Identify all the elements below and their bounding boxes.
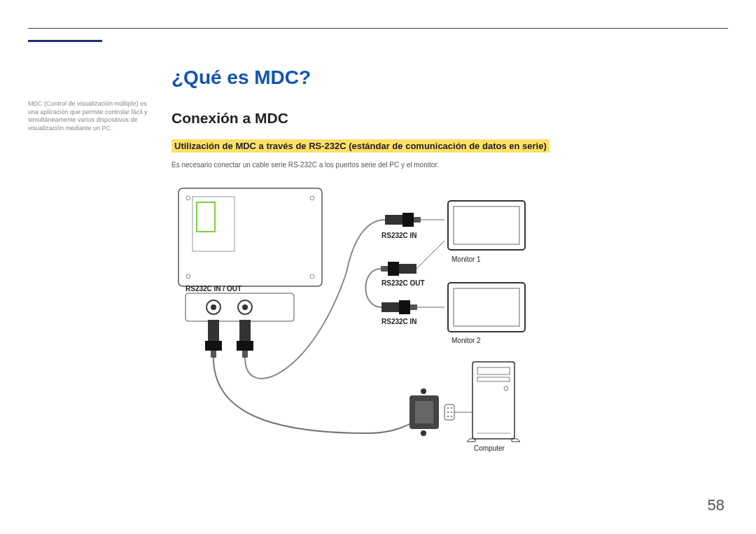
jack-out-icon [381, 262, 416, 276]
svg-line-29 [416, 241, 444, 269]
rs232c-in-bottom-label: RS232C IN [382, 318, 417, 325]
svg-rect-15 [239, 320, 251, 341]
svg-rect-14 [211, 351, 216, 358]
svg-rect-38 [444, 405, 454, 420]
svg-rect-5 [192, 197, 234, 251]
svg-rect-20 [414, 217, 421, 223]
page-number: 58 [708, 496, 724, 514]
svg-rect-32 [448, 283, 525, 332]
svg-rect-18 [385, 215, 402, 225]
svg-rect-13 [205, 341, 222, 351]
svg-rect-27 [410, 304, 417, 310]
svg-rect-24 [381, 266, 388, 272]
jack-left-icon [205, 320, 222, 358]
svg-rect-19 [402, 213, 414, 227]
svg-rect-17 [242, 351, 248, 358]
rs232c-out-label: RS232C OUT [382, 279, 425, 287]
svg-rect-30 [448, 201, 525, 250]
monitor1-label: Monitor 1 [451, 255, 481, 263]
svg-point-2 [310, 196, 314, 200]
svg-rect-31 [454, 206, 519, 244]
svg-point-39 [447, 407, 449, 409]
top-rule-accent [28, 40, 102, 42]
jack-top-icon [385, 213, 421, 227]
svg-rect-46 [472, 362, 514, 439]
svg-rect-26 [399, 300, 410, 314]
svg-rect-47 [477, 367, 510, 374]
svg-rect-48 [477, 377, 510, 381]
svg-point-40 [451, 407, 452, 409]
top-rule [28, 28, 728, 29]
svg-rect-23 [388, 262, 399, 276]
computer-icon [467, 362, 520, 442]
svg-rect-33 [454, 288, 519, 326]
svg-point-44 [451, 416, 452, 417]
svg-point-41 [447, 412, 449, 413]
port-label: RS232C IN / OUT [186, 285, 241, 293]
jack-in2-icon [382, 300, 417, 314]
svg-point-36 [421, 388, 426, 394]
svg-point-43 [447, 416, 449, 417]
svg-rect-35 [415, 401, 433, 423]
svg-point-1 [186, 196, 190, 200]
svg-rect-25 [382, 302, 399, 312]
svg-rect-12 [208, 320, 219, 341]
serial-connector-icon [410, 388, 454, 436]
svg-point-4 [310, 274, 314, 279]
svg-point-49 [504, 386, 508, 391]
section-body: Es necesario conectar un cable serie RS-… [172, 161, 728, 169]
page-subtitle: Conexión a MDC [172, 110, 728, 127]
svg-point-9 [211, 304, 216, 310]
svg-point-11 [242, 304, 248, 310]
section-title: Utilización de MDC a través de RS-232C (… [172, 139, 550, 153]
svg-rect-6 [197, 202, 215, 232]
sidebar-note-block: MDC (Control de visualización múltiple) … [28, 100, 150, 133]
svg-point-3 [186, 274, 190, 279]
svg-point-37 [421, 430, 426, 436]
svg-point-42 [451, 412, 452, 413]
rs232c-in-top-label: RS232C IN [382, 232, 417, 239]
svg-rect-7 [186, 293, 294, 321]
jack-right-icon [237, 320, 253, 358]
sidebar-note-text: MDC (Control de visualización múltiple) … [28, 100, 150, 133]
page-title: ¿Qué es MDC? [172, 66, 728, 89]
svg-rect-16 [237, 341, 253, 351]
monitor2-label: Monitor 2 [451, 337, 481, 344]
svg-rect-22 [399, 264, 416, 274]
computer-label: Computer [474, 444, 505, 452]
connection-diagram: RS232C IN / OUT RS232C IN RS232C OUT RS2… [172, 181, 592, 461]
